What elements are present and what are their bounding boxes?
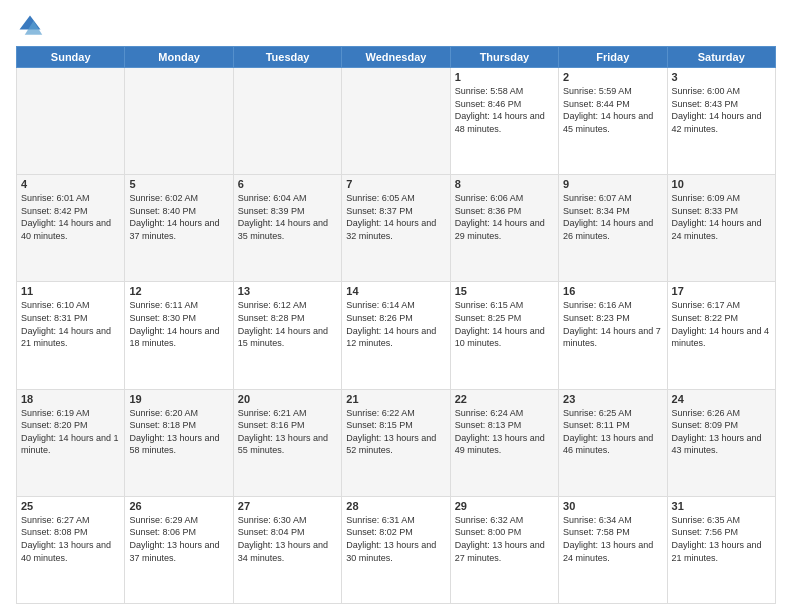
page: SundayMondayTuesdayWednesdayThursdayFrid… bbox=[0, 0, 792, 612]
day-cell-20: 20Sunrise: 6:21 AM Sunset: 8:16 PM Dayli… bbox=[233, 389, 341, 496]
logo-icon bbox=[16, 12, 44, 40]
day-info: Sunrise: 6:22 AM Sunset: 8:15 PM Dayligh… bbox=[346, 407, 445, 457]
day-cell-1: 1Sunrise: 5:58 AM Sunset: 8:46 PM Daylig… bbox=[450, 68, 558, 175]
day-info: Sunrise: 6:17 AM Sunset: 8:22 PM Dayligh… bbox=[672, 299, 771, 349]
day-info: Sunrise: 6:16 AM Sunset: 8:23 PM Dayligh… bbox=[563, 299, 662, 349]
day-number: 31 bbox=[672, 500, 771, 512]
day-cell-8: 8Sunrise: 6:06 AM Sunset: 8:36 PM Daylig… bbox=[450, 175, 558, 282]
day-cell-28: 28Sunrise: 6:31 AM Sunset: 8:02 PM Dayli… bbox=[342, 496, 450, 603]
day-number: 23 bbox=[563, 393, 662, 405]
day-info: Sunrise: 6:31 AM Sunset: 8:02 PM Dayligh… bbox=[346, 514, 445, 564]
day-cell-22: 22Sunrise: 6:24 AM Sunset: 8:13 PM Dayli… bbox=[450, 389, 558, 496]
day-info: Sunrise: 6:25 AM Sunset: 8:11 PM Dayligh… bbox=[563, 407, 662, 457]
day-info: Sunrise: 6:24 AM Sunset: 8:13 PM Dayligh… bbox=[455, 407, 554, 457]
day-number: 4 bbox=[21, 178, 120, 190]
day-number: 17 bbox=[672, 285, 771, 297]
day-number: 27 bbox=[238, 500, 337, 512]
empty-cell bbox=[342, 68, 450, 175]
day-info: Sunrise: 6:30 AM Sunset: 8:04 PM Dayligh… bbox=[238, 514, 337, 564]
day-number: 6 bbox=[238, 178, 337, 190]
day-number: 11 bbox=[21, 285, 120, 297]
weekday-header-tuesday: Tuesday bbox=[233, 47, 341, 68]
logo bbox=[16, 12, 48, 40]
day-number: 2 bbox=[563, 71, 662, 83]
weekday-header-monday: Monday bbox=[125, 47, 233, 68]
day-number: 1 bbox=[455, 71, 554, 83]
empty-cell bbox=[233, 68, 341, 175]
day-info: Sunrise: 6:26 AM Sunset: 8:09 PM Dayligh… bbox=[672, 407, 771, 457]
day-info: Sunrise: 6:04 AM Sunset: 8:39 PM Dayligh… bbox=[238, 192, 337, 242]
day-number: 5 bbox=[129, 178, 228, 190]
day-cell-9: 9Sunrise: 6:07 AM Sunset: 8:34 PM Daylig… bbox=[559, 175, 667, 282]
day-number: 19 bbox=[129, 393, 228, 405]
day-info: Sunrise: 6:01 AM Sunset: 8:42 PM Dayligh… bbox=[21, 192, 120, 242]
day-cell-26: 26Sunrise: 6:29 AM Sunset: 8:06 PM Dayli… bbox=[125, 496, 233, 603]
day-cell-24: 24Sunrise: 6:26 AM Sunset: 8:09 PM Dayli… bbox=[667, 389, 775, 496]
week-row-3: 11Sunrise: 6:10 AM Sunset: 8:31 PM Dayli… bbox=[17, 282, 776, 389]
day-cell-21: 21Sunrise: 6:22 AM Sunset: 8:15 PM Dayli… bbox=[342, 389, 450, 496]
day-info: Sunrise: 6:06 AM Sunset: 8:36 PM Dayligh… bbox=[455, 192, 554, 242]
week-row-5: 25Sunrise: 6:27 AM Sunset: 8:08 PM Dayli… bbox=[17, 496, 776, 603]
day-number: 3 bbox=[672, 71, 771, 83]
day-cell-10: 10Sunrise: 6:09 AM Sunset: 8:33 PM Dayli… bbox=[667, 175, 775, 282]
day-info: Sunrise: 6:14 AM Sunset: 8:26 PM Dayligh… bbox=[346, 299, 445, 349]
day-info: Sunrise: 6:07 AM Sunset: 8:34 PM Dayligh… bbox=[563, 192, 662, 242]
week-row-4: 18Sunrise: 6:19 AM Sunset: 8:20 PM Dayli… bbox=[17, 389, 776, 496]
day-number: 20 bbox=[238, 393, 337, 405]
day-cell-16: 16Sunrise: 6:16 AM Sunset: 8:23 PM Dayli… bbox=[559, 282, 667, 389]
day-number: 12 bbox=[129, 285, 228, 297]
weekday-header-sunday: Sunday bbox=[17, 47, 125, 68]
weekday-header-friday: Friday bbox=[559, 47, 667, 68]
day-cell-19: 19Sunrise: 6:20 AM Sunset: 8:18 PM Dayli… bbox=[125, 389, 233, 496]
day-cell-30: 30Sunrise: 6:34 AM Sunset: 7:58 PM Dayli… bbox=[559, 496, 667, 603]
day-cell-23: 23Sunrise: 6:25 AM Sunset: 8:11 PM Dayli… bbox=[559, 389, 667, 496]
day-info: Sunrise: 6:20 AM Sunset: 8:18 PM Dayligh… bbox=[129, 407, 228, 457]
day-number: 24 bbox=[672, 393, 771, 405]
day-info: Sunrise: 6:27 AM Sunset: 8:08 PM Dayligh… bbox=[21, 514, 120, 564]
day-number: 26 bbox=[129, 500, 228, 512]
day-info: Sunrise: 6:19 AM Sunset: 8:20 PM Dayligh… bbox=[21, 407, 120, 457]
day-number: 8 bbox=[455, 178, 554, 190]
weekday-header-wednesday: Wednesday bbox=[342, 47, 450, 68]
day-cell-4: 4Sunrise: 6:01 AM Sunset: 8:42 PM Daylig… bbox=[17, 175, 125, 282]
day-info: Sunrise: 6:34 AM Sunset: 7:58 PM Dayligh… bbox=[563, 514, 662, 564]
day-cell-13: 13Sunrise: 6:12 AM Sunset: 8:28 PM Dayli… bbox=[233, 282, 341, 389]
day-number: 7 bbox=[346, 178, 445, 190]
day-info: Sunrise: 6:10 AM Sunset: 8:31 PM Dayligh… bbox=[21, 299, 120, 349]
day-cell-31: 31Sunrise: 6:35 AM Sunset: 7:56 PM Dayli… bbox=[667, 496, 775, 603]
day-info: Sunrise: 6:11 AM Sunset: 8:30 PM Dayligh… bbox=[129, 299, 228, 349]
empty-cell bbox=[125, 68, 233, 175]
day-number: 14 bbox=[346, 285, 445, 297]
day-info: Sunrise: 6:15 AM Sunset: 8:25 PM Dayligh… bbox=[455, 299, 554, 349]
day-info: Sunrise: 5:58 AM Sunset: 8:46 PM Dayligh… bbox=[455, 85, 554, 135]
day-number: 15 bbox=[455, 285, 554, 297]
day-cell-5: 5Sunrise: 6:02 AM Sunset: 8:40 PM Daylig… bbox=[125, 175, 233, 282]
day-cell-11: 11Sunrise: 6:10 AM Sunset: 8:31 PM Dayli… bbox=[17, 282, 125, 389]
day-number: 18 bbox=[21, 393, 120, 405]
day-cell-15: 15Sunrise: 6:15 AM Sunset: 8:25 PM Dayli… bbox=[450, 282, 558, 389]
day-cell-7: 7Sunrise: 6:05 AM Sunset: 8:37 PM Daylig… bbox=[342, 175, 450, 282]
day-cell-12: 12Sunrise: 6:11 AM Sunset: 8:30 PM Dayli… bbox=[125, 282, 233, 389]
weekday-header-saturday: Saturday bbox=[667, 47, 775, 68]
week-row-2: 4Sunrise: 6:01 AM Sunset: 8:42 PM Daylig… bbox=[17, 175, 776, 282]
weekday-header-thursday: Thursday bbox=[450, 47, 558, 68]
day-info: Sunrise: 6:02 AM Sunset: 8:40 PM Dayligh… bbox=[129, 192, 228, 242]
day-info: Sunrise: 6:35 AM Sunset: 7:56 PM Dayligh… bbox=[672, 514, 771, 564]
day-number: 21 bbox=[346, 393, 445, 405]
day-cell-3: 3Sunrise: 6:00 AM Sunset: 8:43 PM Daylig… bbox=[667, 68, 775, 175]
day-info: Sunrise: 6:12 AM Sunset: 8:28 PM Dayligh… bbox=[238, 299, 337, 349]
day-number: 25 bbox=[21, 500, 120, 512]
day-cell-17: 17Sunrise: 6:17 AM Sunset: 8:22 PM Dayli… bbox=[667, 282, 775, 389]
day-number: 13 bbox=[238, 285, 337, 297]
calendar-table: SundayMondayTuesdayWednesdayThursdayFrid… bbox=[16, 46, 776, 604]
day-info: Sunrise: 5:59 AM Sunset: 8:44 PM Dayligh… bbox=[563, 85, 662, 135]
day-number: 29 bbox=[455, 500, 554, 512]
day-number: 16 bbox=[563, 285, 662, 297]
day-cell-18: 18Sunrise: 6:19 AM Sunset: 8:20 PM Dayli… bbox=[17, 389, 125, 496]
day-cell-6: 6Sunrise: 6:04 AM Sunset: 8:39 PM Daylig… bbox=[233, 175, 341, 282]
day-info: Sunrise: 6:00 AM Sunset: 8:43 PM Dayligh… bbox=[672, 85, 771, 135]
day-number: 9 bbox=[563, 178, 662, 190]
day-number: 28 bbox=[346, 500, 445, 512]
day-info: Sunrise: 6:09 AM Sunset: 8:33 PM Dayligh… bbox=[672, 192, 771, 242]
week-row-1: 1Sunrise: 5:58 AM Sunset: 8:46 PM Daylig… bbox=[17, 68, 776, 175]
